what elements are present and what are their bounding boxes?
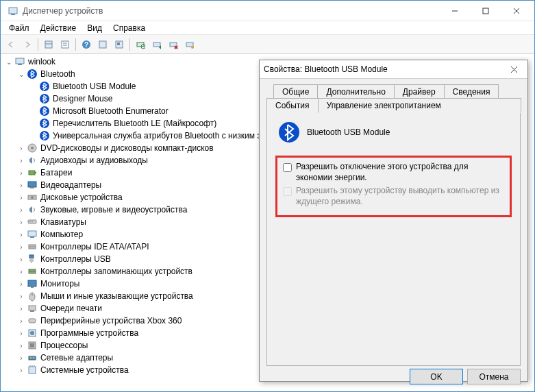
expander-icon[interactable]: › [17,156,25,164]
svg-rect-44 [30,236,34,238]
tree-label: Microsoft Bluetooth Enumerator [51,106,170,116]
update-driver-icon[interactable] [149,37,164,52]
expander-icon[interactable]: › [17,243,25,251]
expander-icon[interactable]: › [17,144,25,152]
uninstall-icon[interactable] [166,37,181,52]
category-icon [27,204,38,215]
expander-icon[interactable]: › [17,354,25,362]
checkbox-label: Разрешить отключение этого устройства дл… [296,162,504,183]
expander-icon[interactable]: › [17,230,25,238]
category-icon [27,291,38,302]
checkbox-input[interactable] [283,163,292,172]
allow-power-off-checkbox[interactable]: Разрешить отключение этого устройства дл… [283,162,504,183]
category-icon [27,217,38,228]
titlebar: Диспетчер устройств [1,1,534,21]
tree-label: Клавиатуры [39,217,88,227]
tb-icon[interactable] [182,37,197,52]
expander-icon[interactable]: › [17,181,25,189]
minimize-button[interactable] [439,1,470,21]
dialog-body: Общие Дополнительно Драйвер Сведения Соб… [260,79,527,369]
expander-icon[interactable]: › [17,206,25,214]
category-icon [27,192,38,203]
tab-advanced[interactable]: Дополнительно [317,84,394,99]
svg-rect-42 [32,221,33,222]
tree-label: Батареи [39,168,73,177]
tb-icon[interactable] [112,37,127,52]
tree-label: Сетевые адаптеры [39,353,114,363]
bluetooth-icon [39,130,50,141]
category-icon [27,303,38,314]
dialog-title: Свойства: Bluetooth USB Module [264,64,504,74]
menu-view[interactable]: Вид [82,22,108,34]
svg-rect-37 [30,187,34,188]
expander-icon[interactable]: › [17,329,25,337]
expander-spacer [29,119,38,127]
tb-icon[interactable] [58,37,73,52]
tb-icon[interactable] [95,37,110,52]
expander-icon[interactable]: ⌄ [17,70,25,78]
svg-rect-13 [99,41,106,48]
close-button[interactable] [501,1,532,21]
checkbox-label: Разрешить этому устройству выводить комп… [296,186,504,207]
svg-rect-55 [30,310,34,312]
category-icon [27,180,38,191]
category-icon [27,266,38,277]
help-icon[interactable]: ? [79,37,94,52]
checkbox-input [283,187,292,196]
expander-icon[interactable]: › [17,304,25,313]
tree-label: Системные устройства [39,365,130,375]
expander-icon[interactable]: › [17,255,25,263]
toolbar: ? [1,35,534,54]
tb-icon[interactable] [41,37,56,52]
cancel-button[interactable]: Отмена [467,369,521,384]
svg-rect-43 [28,231,36,236]
ok-button[interactable]: OK [410,369,463,384]
maximize-button[interactable] [470,1,501,21]
tab-content: Bluetooth USB Module Разрешить отключени… [266,112,521,366]
tab-events[interactable]: События [266,98,319,113]
expander-icon[interactable]: › [17,218,25,226]
bluetooth-icon [27,69,38,79]
tab-general[interactable]: Общие [273,84,318,99]
expander-icon[interactable]: ⌄ [5,58,13,66]
tab-driver[interactable]: Драйвер [394,84,445,99]
svg-rect-25 [18,64,22,65]
tree-label: Bluetooth [39,69,77,79]
bluetooth-icon [39,93,50,104]
category-icon [27,365,38,376]
tree-label: Компьютер [39,230,84,239]
tree-label: Универсальная служба атрибутов Bluetooth… [51,131,269,140]
expander-icon[interactable]: › [17,280,25,288]
scan-hardware-icon[interactable] [133,37,148,52]
svg-rect-3 [483,8,488,14]
expander-spacer [29,132,38,140]
expander-icon[interactable]: › [17,193,25,201]
tree-label: Видеоадаптеры [39,180,103,190]
menu-action[interactable]: Действие [35,22,82,34]
tree-label: Bluetooth USB Module [51,82,137,91]
tree-label: Перечислитель Bluetooth LE (Майкрософт) [51,119,218,128]
tree-label: Дисковые устройства [39,193,124,202]
expander-icon[interactable]: › [17,267,25,275]
category-icon [27,254,38,265]
tree-label: DVD-дисководы и дисководы компакт-дисков [39,143,215,153]
tab-power[interactable]: Управление электропитанием [318,98,521,113]
expander-icon[interactable]: › [17,341,25,350]
expander-icon[interactable]: › [17,317,25,325]
expander-icon[interactable]: › [17,169,25,177]
svg-rect-64 [29,367,36,373]
expander-icon[interactable]: › [17,366,25,374]
window-title: Диспетчер устройств [23,6,439,16]
expander-icon[interactable]: › [17,292,25,300]
forward-button[interactable] [20,37,35,52]
tree-label: Процессоры [39,341,90,350]
menu-file[interactable]: Файл [3,22,35,34]
tab-details[interactable]: Сведения [444,84,499,99]
bluetooth-icon [39,118,50,129]
dialog-close-button[interactable] [504,60,523,78]
menu-help[interactable]: Справка [108,22,151,34]
svg-rect-15 [117,42,120,45]
back-button[interactable] [3,37,18,52]
svg-point-33 [31,147,34,149]
category-icon [27,229,38,240]
